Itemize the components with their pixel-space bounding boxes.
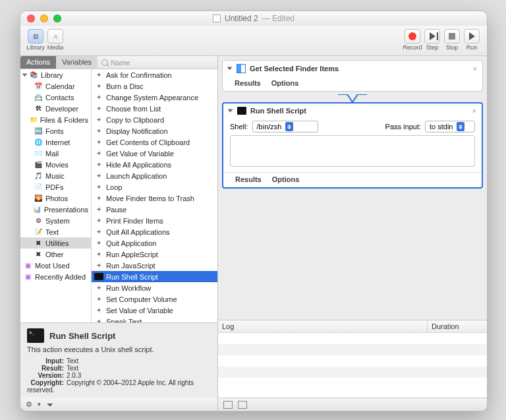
category-column[interactable]: 📚Library📅Calendar📇Contacts🛠Developer📁Fil…	[20, 69, 92, 322]
category-item[interactable]: 📅Calendar	[20, 80, 91, 92]
search-field[interactable]: Name	[98, 56, 217, 69]
action-item[interactable]: ✦Ask for Confirmation	[92, 69, 217, 80]
remove-step-button[interactable]: ×	[473, 65, 477, 73]
disclosure-icon[interactable]	[227, 67, 233, 71]
run-label: Run	[466, 44, 478, 51]
log-row	[218, 378, 487, 389]
category-item[interactable]: ⚙System	[20, 215, 91, 226]
action-item[interactable]: ✦Display Notification	[92, 125, 217, 136]
options-tab[interactable]: Options	[272, 175, 300, 183]
category-item[interactable]: ✖Other	[20, 249, 91, 260]
results-tab[interactable]: Results	[235, 175, 262, 183]
library-root[interactable]: 📚Library	[20, 69, 91, 80]
results-tab[interactable]: Results	[235, 79, 261, 87]
log-row	[218, 344, 487, 355]
view-mode-grid-icon[interactable]	[238, 401, 247, 409]
workflow-step-get-selected-finder-items[interactable]: Get Selected Finder Items × Results Opti…	[222, 60, 483, 92]
document-edited-label: — Edited	[262, 14, 295, 23]
workflow-canvas[interactable]: Get Selected Finder Items × Results Opti…	[218, 56, 487, 320]
action-item[interactable]: ✦Print Finder Items	[92, 215, 217, 226]
description-title-row: Run Shell Script	[27, 328, 211, 343]
action-item[interactable]: ✦Run JavaScript	[92, 260, 217, 271]
right-statusbar	[218, 398, 487, 411]
category-item[interactable]: 📊Presentations	[20, 204, 91, 215]
media-toggle-button[interactable]: ♫ Media	[47, 29, 64, 51]
action-column[interactable]: ✦Ask for Confirmation✦Burn a Disc✦Change…	[92, 69, 217, 322]
tab-actions[interactable]: Actions	[20, 56, 56, 69]
smart-folder-recently-added[interactable]: ▣Recently Added	[20, 271, 91, 282]
category-item[interactable]: 📁Files & Folders	[20, 114, 91, 125]
action-item[interactable]: ✦Burn a Disc	[92, 80, 217, 92]
step-icon	[430, 32, 436, 40]
action-item[interactable]: ✦Speak Text	[92, 316, 217, 322]
action-item[interactable]: ✦Launch Application	[92, 170, 217, 181]
chevron-down-icon: ▾	[38, 401, 41, 407]
action-item[interactable]: ✦Quit All Applications	[92, 226, 217, 237]
category-item[interactable]: 🎵Music	[20, 170, 91, 181]
browser-columns: 📚Library📅Calendar📇Contacts🛠Developer📁Fil…	[20, 69, 217, 323]
action-item[interactable]: ✦Quit Application	[92, 237, 217, 249]
panel-toggle-icon[interactable]: ⏷	[46, 400, 55, 408]
category-item[interactable]: 📄PDFs	[20, 181, 91, 193]
left-statusbar: ▾ ⏷	[20, 398, 217, 411]
media-icon: ♫	[53, 33, 58, 40]
log-rows[interactable]	[218, 333, 487, 398]
sidebar-icon: ▥	[33, 33, 39, 40]
smart-folder-most-used[interactable]: ▣Most Used	[20, 260, 91, 271]
gear-icon[interactable]	[26, 400, 32, 409]
action-item[interactable]: ✦Set Value of Variable	[92, 305, 217, 316]
stepper-arrows-icon	[285, 122, 293, 131]
play-icon	[469, 32, 475, 40]
action-item[interactable]: ✦Run AppleScript	[92, 249, 217, 260]
action-item[interactable]: ✦Change System Appearance	[92, 92, 217, 103]
category-item[interactable]: ✉️Mail	[20, 148, 91, 159]
action-item[interactable]: ✦Hide All Applications	[92, 159, 217, 170]
shell-label: Shell:	[230, 123, 248, 131]
action-item[interactable]: ✦Loop	[92, 181, 217, 193]
toolbar: ▥ Library ♫ Media Record Step Stop	[20, 26, 487, 56]
workflow-step-run-shell-script[interactable]: Run Shell Script × Shell: /bin/zsh Pass …	[222, 102, 483, 189]
stop-button[interactable]: Stop	[443, 29, 461, 51]
category-item[interactable]: 🌐Internet	[20, 136, 91, 148]
finder-icon	[237, 64, 246, 73]
category-item[interactable]: ✖Utilities	[20, 237, 91, 249]
category-item[interactable]: 🎬Movies	[20, 159, 91, 170]
log-column-label[interactable]: Log	[218, 320, 428, 332]
library-toggle-button[interactable]: ▥ Library	[27, 29, 44, 51]
shell-select[interactable]: /bin/zsh	[252, 121, 318, 133]
step-label: Step	[426, 44, 439, 51]
description-metadata: Input:Text Result:Text Version:2.0.3 Cop…	[27, 357, 211, 394]
action-item[interactable]: ✦Get Contents of Clipboard	[92, 136, 217, 148]
pass-input-select[interactable]: to stdin	[425, 121, 475, 133]
run-button[interactable]: Run	[463, 29, 480, 51]
log-row	[218, 355, 487, 367]
category-item[interactable]: 🔤Fonts	[20, 125, 91, 136]
action-item[interactable]: Run Shell Script	[92, 271, 217, 282]
view-mode-list-icon[interactable]	[223, 401, 233, 409]
category-item[interactable]: 🛠Developer	[20, 103, 91, 114]
action-item[interactable]: ✦Get Value of Variable	[92, 148, 217, 159]
action-item[interactable]: ✦Choose from List	[92, 103, 217, 114]
action-item[interactable]: ✦Pause	[92, 204, 217, 215]
action-item[interactable]: ✦Copy to Clipboard	[92, 114, 217, 125]
script-textarea[interactable]	[230, 135, 475, 167]
disclosure-icon[interactable]	[228, 109, 233, 113]
category-item[interactable]: 🌄Photos	[20, 193, 91, 204]
record-button[interactable]: Record	[404, 29, 421, 51]
options-tab[interactable]: Options	[271, 79, 299, 87]
action-item[interactable]: ✦Run Workflow	[92, 282, 217, 293]
action-item[interactable]: ✦Move Finder Items to Trash	[92, 193, 217, 204]
category-item[interactable]: 📇Contacts	[20, 92, 91, 103]
step-button[interactable]: Step	[424, 29, 441, 51]
log-row	[218, 367, 487, 378]
remove-step-button[interactable]: ×	[472, 107, 476, 115]
category-item[interactable]: 📝Text	[20, 226, 91, 237]
app-window: Untitled 2 — Edited ▥ Library ♫ Media Re…	[20, 11, 488, 411]
tab-variables[interactable]: Variables	[56, 56, 98, 69]
step-title: Run Shell Script	[250, 107, 306, 115]
window-title: Untitled 2 — Edited	[20, 14, 487, 23]
duration-column-label[interactable]: Duration	[428, 320, 487, 332]
terminal-icon	[27, 328, 44, 343]
document-name: Untitled 2	[225, 14, 258, 23]
action-item[interactable]: ✦Set Computer Volume	[92, 293, 217, 305]
